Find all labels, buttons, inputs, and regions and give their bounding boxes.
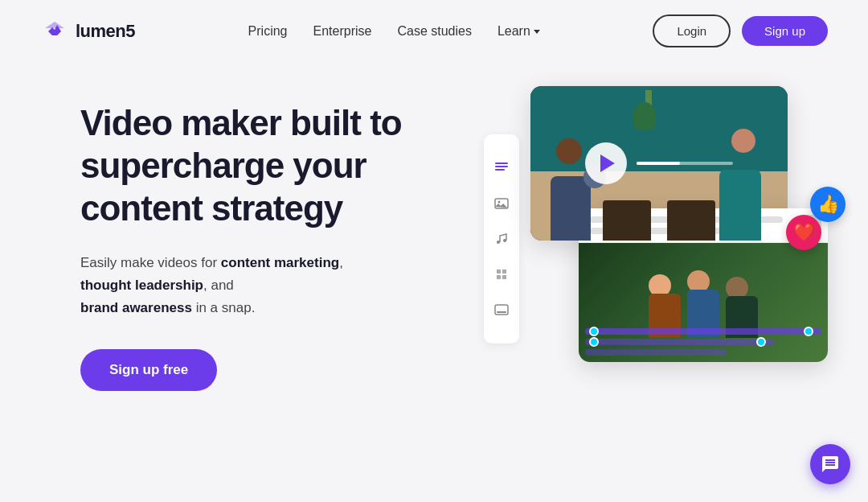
main-nav: Pricing Enterprise Case studies Learn [248,24,540,39]
svg-rect-7 [495,305,508,315]
chat-widget[interactable] [810,444,850,484]
bold-content-marketing: content marketing [221,255,339,270]
timeline-dot-left-1 [589,327,599,336]
timeline-track-2 [585,339,774,345]
nav-case-studies[interactable]: Case studies [397,24,472,39]
timeline-track-3 [585,349,727,356]
svg-rect-8 [497,311,506,313]
logo[interactable]: lumen5 [40,17,135,46]
svg-rect-1 [495,166,508,167]
video-cards: + [530,86,804,241]
video-canvas [579,243,828,362]
timeline-dot-left-2 [589,337,599,347]
chair-right [667,200,715,241]
hero-right: + [426,86,804,344]
svg-point-5 [497,241,500,244]
timeline-overlay [579,322,828,362]
editor-sidebar [484,134,519,344]
bold-thought-leadership: thought leadership [80,278,203,293]
progress-fill [637,162,680,165]
sidebar-image-icon[interactable] [493,195,510,212]
timeline-track-1 [585,328,821,335]
hero-subtitle: Easily make videos for content marketing… [80,252,426,319]
hero-section: Video maker built to supercharge your co… [0,62,868,391]
reaction-thumbs-up: 👍 [810,187,845,222]
plant-decoration [641,90,656,130]
signup-free-button[interactable]: Sign up free [80,349,217,391]
sidebar-text-icon[interactable] [493,159,510,177]
svg-rect-0 [495,163,508,164]
nav-enterprise[interactable]: Enterprise [313,24,372,39]
timeline-dot-right-1 [804,327,813,336]
hero-left: Video maker built to supercharge your co… [80,94,426,391]
svg-point-6 [503,239,506,242]
sidebar-caption-icon[interactable] [493,301,510,319]
nav-learn[interactable]: Learn [497,24,540,39]
play-overlay[interactable] [585,142,733,184]
reaction-heart: ❤️ [786,215,821,250]
sidebar-music-icon[interactable] [493,230,510,248]
play-button[interactable] [585,142,627,184]
nav-actions: Login Sign up [653,14,828,47]
sidebar-brand-icon[interactable] [493,265,510,283]
svg-rect-2 [495,169,505,171]
progress-bar [637,162,733,165]
logo-text: lumen5 [76,21,135,42]
header: lumen5 Pricing Enterprise Case studies L… [0,0,868,62]
timeline-dot-right-2 [756,337,766,347]
svg-point-4 [498,201,501,204]
login-button[interactable]: Login [653,14,731,47]
chevron-down-icon [534,30,540,34]
nav-pricing[interactable]: Pricing [248,24,288,39]
bold-brand-awareness: brand awareness [80,300,192,315]
hero-title: Video maker built to supercharge your co… [80,102,426,229]
signup-nav-button[interactable]: Sign up [742,16,828,46]
play-triangle-icon [600,154,615,172]
